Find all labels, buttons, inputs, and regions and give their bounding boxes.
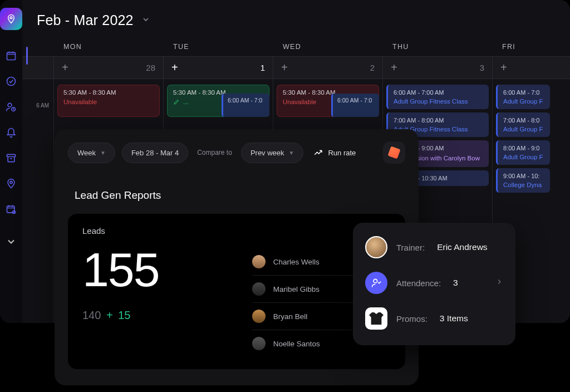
svg-point-9 (374, 279, 377, 283)
run-rate-toggle[interactable]: Run rate (313, 148, 356, 158)
trainer-label: Trainer: (396, 243, 425, 252)
nav-people[interactable] (0, 96, 22, 118)
avatar (252, 310, 266, 323)
event-class[interactable]: 6:00 AM - 7:0Adult Group F (496, 85, 550, 109)
date-cell-tue[interactable]: +1 (163, 57, 273, 79)
event-class[interactable]: 8:00 AM - 9:0Adult Group F (496, 140, 550, 165)
promos-value: 3 Items (440, 313, 468, 324)
trainer-avatar (365, 236, 387, 258)
chevron-down-icon (141, 15, 150, 24)
compare-label: Compare to (197, 149, 232, 156)
pencil-icon (173, 99, 180, 105)
event-overlap[interactable]: 6:00 AM - 7:0 (331, 94, 379, 117)
chevron-right-icon (495, 278, 503, 288)
leads-total: 155 (82, 246, 252, 293)
leads-label: Leads (82, 226, 252, 236)
brand-chip[interactable] (383, 141, 405, 164)
attendance-row[interactable]: Attendence: 3 (365, 272, 503, 294)
shirt-icon (369, 312, 384, 325)
calendar-icon (6, 50, 17, 61)
add-icon[interactable]: + (500, 61, 507, 74)
nav-schedule[interactable] (0, 198, 22, 220)
time-gutter: 6 AM (22, 79, 53, 323)
weekday-wed: WED (273, 38, 382, 56)
promos-row[interactable]: Promos: 3 Items (365, 307, 503, 330)
nav-location[interactable] (0, 173, 22, 195)
weekday-fri: FRI (492, 38, 570, 56)
time-label-6am: 6 AM (22, 102, 49, 136)
svg-rect-5 (7, 154, 16, 156)
add-icon[interactable]: + (171, 61, 178, 74)
chevron-down-icon (6, 236, 17, 247)
leads-summary: Leads 155 140 + 15 (82, 226, 252, 357)
person-check-icon (371, 277, 382, 288)
chevron-down-icon: ▼ (100, 150, 106, 156)
nav-expand[interactable] (0, 231, 22, 253)
date-cell-fri[interactable]: + (492, 57, 570, 79)
svg-rect-7 (7, 206, 14, 213)
svg-point-2 (7, 77, 16, 86)
svg-point-6 (10, 181, 12, 183)
person-clock-icon (6, 101, 17, 112)
add-icon[interactable]: + (281, 61, 288, 74)
event-class[interactable]: 9:00 AM - 10:College Dyna (496, 168, 550, 193)
range-mode-select[interactable]: Week▼ (68, 143, 115, 163)
date-cell-wed[interactable]: +2 (273, 57, 382, 79)
trainer-row: Trainer: Eric Andrews (365, 236, 503, 258)
add-icon[interactable]: + (62, 61, 68, 74)
calendar-header: Feb - Mar 2022 (22, 0, 570, 38)
event-class[interactable]: 6:00 AM - 7:00 AMAdult Group Fitness Cla… (386, 85, 489, 109)
weekday-header-row: MON TUE WED THU FRI (22, 38, 570, 56)
trend-up-icon (313, 148, 323, 158)
date-range-select[interactable]: Feb 28 - Mar 4 (122, 143, 188, 163)
report-title: Lead Gen Reports (75, 189, 405, 202)
nav-bell[interactable] (0, 121, 22, 144)
cube-icon (387, 146, 400, 159)
check-circle-icon (6, 76, 17, 87)
pin-drop-icon (6, 14, 16, 24)
avatar (252, 282, 266, 296)
bell-icon (6, 127, 17, 138)
nav-tasks[interactable] (0, 70, 22, 92)
date-cell-thu[interactable]: +3 (382, 57, 492, 79)
nav-archive[interactable] (0, 147, 22, 169)
weekday-mon: MON (53, 38, 163, 56)
promo-icon (365, 307, 387, 330)
svg-point-0 (10, 17, 12, 19)
weekday-thu: THU (382, 38, 492, 56)
leads-delta: 140 + 15 (82, 309, 252, 322)
event-overlap[interactable]: 6:00 AM - 7:0 (222, 94, 269, 117)
trainer-name: Eric Andrews (437, 242, 487, 252)
promos-label: Promos: (396, 314, 428, 324)
svg-rect-1 (7, 52, 16, 60)
attendance-value: 3 (453, 278, 458, 288)
date-cell-mon[interactable]: +28 (53, 57, 163, 79)
app-logo[interactable] (0, 8, 22, 30)
avatar (252, 337, 266, 350)
event-class[interactable]: 7:00 AM - 8:0Adult Group F (496, 112, 550, 137)
nav-calendar[interactable] (0, 45, 22, 67)
weekday-tue: TUE (163, 38, 273, 56)
trainer-card: Trainer: Eric Andrews Attendence: 3 Prom… (353, 223, 515, 345)
archive-icon (6, 153, 17, 164)
attendance-label: Attendence: (396, 278, 441, 288)
svg-point-3 (8, 103, 12, 107)
compare-select[interactable]: Prev week▼ (241, 143, 304, 163)
chevron-down-icon: ▼ (289, 150, 294, 156)
add-icon[interactable]: + (391, 61, 397, 74)
date-range-dropdown[interactable] (141, 15, 150, 26)
sidebar (0, 0, 22, 323)
date-number-row: +28 +1 +2 +3 + (22, 56, 570, 79)
calendar-user-icon (6, 204, 17, 215)
report-controls: Week▼ Feb 28 - Mar 4 Compare to Prev wee… (68, 141, 405, 164)
location-icon (6, 178, 17, 189)
date-range-title: Feb - Mar 2022 (37, 12, 134, 28)
event-unavailable[interactable]: 5:30 AM - 8:30 AM Unavailable (57, 85, 160, 117)
avatar (252, 255, 266, 268)
attendance-icon (365, 272, 387, 294)
